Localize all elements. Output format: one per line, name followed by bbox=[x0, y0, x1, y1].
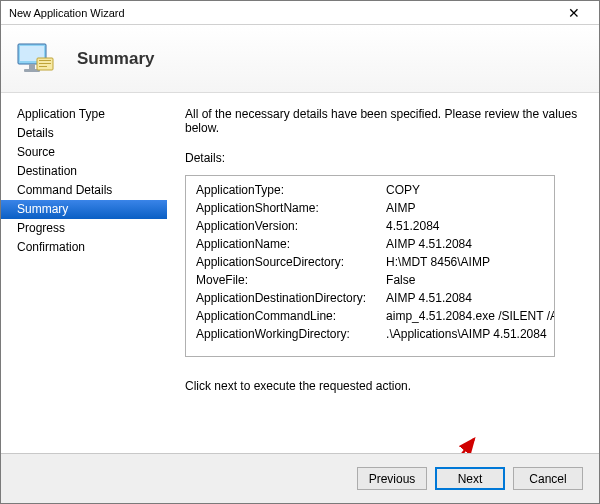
details-row: ApplicationCommandLine:aimp_4.51.2084.ex… bbox=[186, 307, 555, 325]
banner: Summary bbox=[1, 25, 599, 93]
wizard-sidebar: Application TypeDetailsSourceDestination… bbox=[1, 93, 167, 393]
wizard-main: All of the necessary details have been s… bbox=[167, 93, 599, 393]
details-key: ApplicationDestinationDirectory: bbox=[186, 289, 376, 307]
details-value: COPY bbox=[376, 181, 555, 199]
details-value: AIMP 4.51.2084 bbox=[376, 289, 555, 307]
details-key: ApplicationVersion: bbox=[186, 217, 376, 235]
svg-rect-5 bbox=[39, 60, 51, 61]
details-key: ApplicationCommandLine: bbox=[186, 307, 376, 325]
svg-rect-6 bbox=[39, 63, 51, 64]
sidebar-item[interactable]: Details bbox=[1, 124, 167, 143]
instruction-text: All of the necessary details have been s… bbox=[185, 107, 581, 135]
sidebar-item[interactable]: Summary bbox=[1, 200, 167, 219]
execute-note: Click next to execute the requested acti… bbox=[185, 379, 581, 393]
sidebar-item[interactable]: Source bbox=[1, 143, 167, 162]
details-value: .\Applications\AIMP 4.51.2084 bbox=[376, 325, 555, 343]
details-row: ApplicationShortName:AIMP bbox=[186, 199, 555, 217]
close-icon[interactable]: ✕ bbox=[557, 2, 591, 24]
details-row: ApplicationVersion:4.51.2084 bbox=[186, 217, 555, 235]
details-row: ApplicationSourceDirectory:H:\MDT 8456\A… bbox=[186, 253, 555, 271]
details-key: MoveFile: bbox=[186, 271, 376, 289]
wizard-body: Application TypeDetailsSourceDestination… bbox=[1, 93, 599, 393]
details-value: aimp_4.51.2084.exe /SILENT /AUTO bbox=[376, 307, 555, 325]
button-bar: Previous Next Cancel bbox=[1, 453, 599, 503]
details-value: H:\MDT 8456\AIMP bbox=[376, 253, 555, 271]
svg-rect-2 bbox=[29, 64, 35, 69]
details-key: ApplicationWorkingDirectory: bbox=[186, 325, 376, 343]
sidebar-item[interactable]: Command Details bbox=[1, 181, 167, 200]
details-value: AIMP bbox=[376, 199, 555, 217]
details-value: AIMP 4.51.2084 bbox=[376, 235, 555, 253]
details-label: Details: bbox=[185, 151, 581, 165]
cancel-button[interactable]: Cancel bbox=[513, 467, 583, 490]
sidebar-item[interactable]: Progress bbox=[1, 219, 167, 238]
wizard-window: New Application Wizard ✕ Summary Applica… bbox=[0, 0, 600, 504]
titlebar: New Application Wizard ✕ bbox=[1, 1, 599, 25]
sidebar-item[interactable]: Application Type bbox=[1, 105, 167, 124]
details-row: ApplicationDestinationDirectory:AIMP 4.5… bbox=[186, 289, 555, 307]
sidebar-item[interactable]: Confirmation bbox=[1, 238, 167, 257]
details-value: False bbox=[376, 271, 555, 289]
details-key: ApplicationShortName: bbox=[186, 199, 376, 217]
details-key: ApplicationSourceDirectory: bbox=[186, 253, 376, 271]
details-row: ApplicationWorkingDirectory:.\Applicatio… bbox=[186, 325, 555, 343]
previous-button[interactable]: Previous bbox=[357, 467, 427, 490]
details-row: ApplicationName:AIMP 4.51.2084 bbox=[186, 235, 555, 253]
details-box[interactable]: ApplicationType:COPYApplicationShortName… bbox=[185, 175, 555, 357]
details-key: ApplicationType: bbox=[186, 181, 376, 199]
banner-heading: Summary bbox=[77, 49, 154, 69]
sidebar-item[interactable]: Destination bbox=[1, 162, 167, 181]
svg-rect-7 bbox=[39, 66, 47, 67]
application-icon bbox=[15, 38, 57, 80]
next-button[interactable]: Next bbox=[435, 467, 505, 490]
details-table: ApplicationType:COPYApplicationShortName… bbox=[186, 181, 555, 343]
details-value: 4.51.2084 bbox=[376, 217, 555, 235]
details-row: ApplicationType:COPY bbox=[186, 181, 555, 199]
details-row: MoveFile:False bbox=[186, 271, 555, 289]
details-key: ApplicationName: bbox=[186, 235, 376, 253]
window-title: New Application Wizard bbox=[9, 7, 557, 19]
